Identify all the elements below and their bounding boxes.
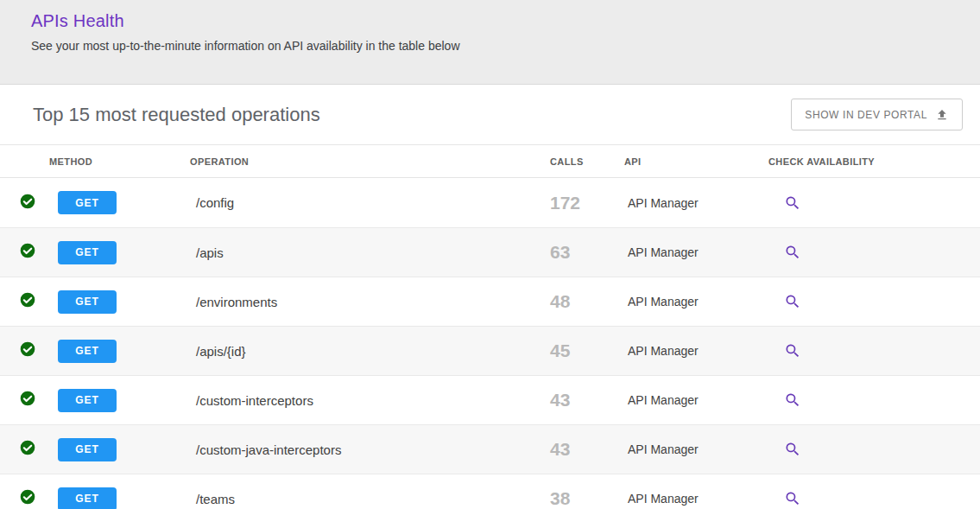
check-circle-icon [19, 390, 36, 410]
column-header-operation: OPERATION [190, 156, 550, 167]
table-row: GET /teams 38 API Manager [0, 474, 980, 509]
status-cell [0, 390, 49, 410]
calls-cell: 48 [550, 291, 624, 312]
table-header-row: METHOD OPERATION CALLS API CHECK AVAILAB… [0, 145, 980, 178]
table-row: GET /apis 63 API Manager [0, 227, 980, 277]
table-row: GET /custom-java-interceptors 43 API Man… [0, 424, 980, 474]
section-title: Top 15 most requested operations [33, 104, 320, 126]
check-availability-cell [768, 194, 980, 212]
column-header-calls: CALLS [550, 156, 624, 167]
check-availability-cell [768, 293, 980, 310]
status-cell [0, 439, 49, 460]
method-cell: GET [49, 290, 190, 314]
method-badge: GET [58, 438, 117, 461]
api-cell: API Manager [624, 245, 768, 259]
page-subtitle: See your most up-to-the-minute informati… [31, 39, 949, 53]
portal-button-label: SHOW IN DEV PORTAL [805, 109, 927, 121]
check-circle-icon [19, 193, 36, 213]
api-cell: API Manager [624, 393, 768, 407]
calls-cell: 43 [550, 390, 624, 410]
search-icon[interactable] [784, 391, 801, 409]
operation-cell: /apis [190, 245, 550, 260]
status-cell [0, 242, 49, 263]
check-availability-cell [768, 244, 980, 261]
status-cell [0, 291, 49, 312]
calls-cell: 172 [550, 193, 624, 213]
table-row: GET /environments 48 API Manager [0, 277, 980, 326]
api-cell: API Manager [624, 442, 768, 456]
operation-cell: /teams [190, 492, 550, 506]
method-badge: GET [58, 389, 117, 412]
status-cell [0, 193, 49, 213]
method-cell: GET [49, 389, 190, 412]
column-header-method: METHOD [49, 156, 190, 167]
check-circle-icon [19, 340, 36, 361]
operation-cell: /custom-java-interceptors [190, 442, 550, 457]
check-circle-icon [19, 291, 36, 312]
method-cell: GET [49, 191, 190, 214]
calls-cell: 43 [550, 439, 624, 460]
api-cell: API Manager [624, 295, 768, 309]
operation-cell: /apis/{id} [190, 344, 550, 359]
search-icon[interactable] [784, 441, 801, 458]
status-cell [0, 340, 49, 361]
calls-cell: 38 [550, 488, 624, 509]
operation-cell: /custom-interceptors [190, 393, 550, 408]
search-icon[interactable] [784, 490, 801, 507]
page-header: APIs Health See your most up-to-the-minu… [0, 0, 980, 85]
check-availability-cell [768, 391, 980, 409]
check-availability-cell [768, 490, 980, 507]
method-badge: GET [58, 241, 117, 264]
search-icon[interactable] [784, 194, 801, 212]
search-icon[interactable] [784, 293, 801, 310]
search-icon[interactable] [784, 244, 801, 261]
method-badge: GET [58, 290, 117, 314]
table-row: GET /apis/{id} 45 API Manager [0, 326, 980, 375]
calls-cell: 63 [550, 242, 624, 263]
method-badge: GET [58, 191, 117, 214]
show-in-dev-portal-button[interactable]: SHOW IN DEV PORTAL [791, 99, 963, 130]
check-availability-cell [768, 441, 980, 458]
method-cell: GET [49, 340, 190, 363]
column-header-check-availability: CHECK AVAILABILITY [768, 156, 980, 167]
operation-cell: /config [190, 195, 550, 210]
operation-cell: /environments [190, 295, 550, 309]
status-cell [0, 488, 49, 509]
table-row: GET /config 172 API Manager [0, 178, 980, 227]
apis-health-page: APIs Health See your most up-to-the-minu… [0, 0, 980, 509]
table-body: GET /config 172 API Manager GET /apis 6 [0, 178, 980, 509]
api-cell: API Manager [624, 196, 768, 210]
method-cell: GET [49, 487, 190, 509]
section-header: Top 15 most requested operations SHOW IN… [0, 85, 980, 145]
search-icon[interactable] [784, 342, 801, 359]
upload-icon [935, 108, 949, 122]
check-availability-cell [768, 342, 980, 359]
api-cell: API Manager [624, 344, 768, 358]
check-circle-icon [19, 242, 36, 263]
column-header-api: API [624, 156, 768, 167]
method-cell: GET [49, 241, 190, 264]
method-cell: GET [49, 438, 190, 461]
table-row: GET /custom-interceptors 43 API Manager [0, 375, 980, 424]
check-circle-icon [19, 488, 36, 509]
method-badge: GET [58, 340, 117, 363]
calls-cell: 45 [550, 340, 624, 361]
check-circle-icon [19, 439, 36, 460]
page-title: APIs Health [31, 11, 949, 31]
api-cell: API Manager [624, 492, 768, 506]
method-badge: GET [58, 487, 117, 509]
